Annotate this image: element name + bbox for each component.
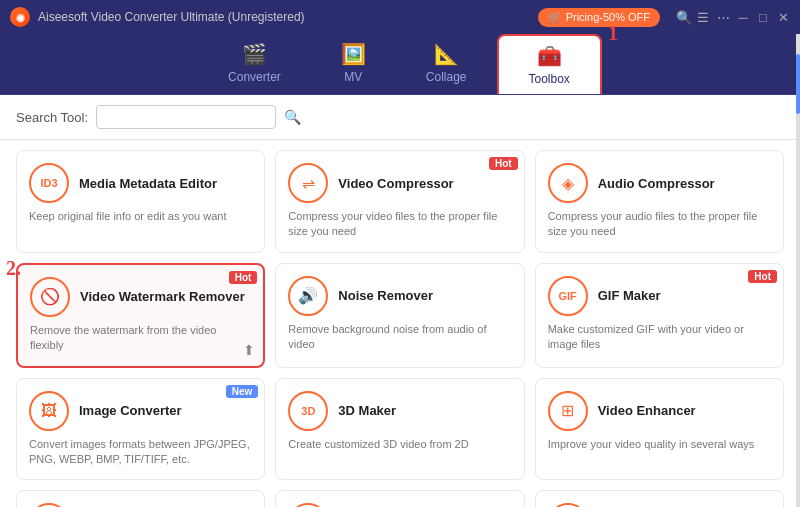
tool-icon-3d-maker: 3D xyxy=(288,391,328,431)
app-logo: ◉ xyxy=(10,7,30,27)
scrollbar[interactable] xyxy=(796,34,800,507)
title-bar-right: 🛒 Pricing-50% OFF 🔍 ☰ ⋯ ─ □ ✕ xyxy=(538,8,790,27)
tool-name-video-compressor: Video Compressor xyxy=(338,176,511,191)
tool-desc-audio-compressor: Compress your audio files to the proper … xyxy=(548,209,771,240)
tool-desc-video-enhancer: Improve your video quality in several wa… xyxy=(548,437,771,452)
tool-name-image-converter: Image Converter xyxy=(79,403,252,418)
close-btn[interactable]: ✕ xyxy=(776,10,790,24)
tool-card-3d-maker[interactable]: 3D 3D Maker Create customized 3D video f… xyxy=(275,378,524,481)
tool-desc-image-converter: Convert images formats between JPG/JPEG,… xyxy=(29,437,252,468)
tool-card-video-trimmer[interactable]: ✂ Video Trimmer Trim or cut your videos … xyxy=(16,490,265,507)
tool-info-3d-maker: 3D Maker xyxy=(338,403,511,418)
tool-name-audio-compressor: Audio Compressor xyxy=(598,176,771,191)
search-window-btn[interactable]: 🔍 xyxy=(676,10,690,24)
tool-info-video-enhancer: Video Enhancer xyxy=(598,403,771,418)
tool-card-header-3d-maker: 3D 3D Maker xyxy=(288,391,511,431)
tool-icon-video-cropper: ⊡ xyxy=(548,503,588,507)
tool-name-media-metadata-editor: Media Metadata Editor xyxy=(79,176,252,191)
annotation-2: 2. xyxy=(6,257,21,280)
tool-card-header-audio-compressor: ◈ Audio Compressor xyxy=(548,163,771,203)
badge-gif-maker: Hot xyxy=(748,270,777,283)
tool-info-gif-maker: GIF Maker xyxy=(598,288,771,303)
nav-label-mv: MV xyxy=(344,70,362,84)
tool-card-header-video-cropper: ⊡ Video Cropper xyxy=(548,503,771,507)
window-controls: 🔍 ☰ ⋯ ─ □ ✕ xyxy=(676,10,790,24)
tool-card-header-video-enhancer: ⊞ Video Enhancer xyxy=(548,391,771,431)
tool-icon-noise-remover: 🔊 xyxy=(288,276,328,316)
tool-name-video-enhancer: Video Enhancer xyxy=(598,403,771,418)
tool-card-header-gif-maker: GIF GIF Maker xyxy=(548,276,771,316)
scrollbar-thumb xyxy=(796,54,800,114)
minimize-btn[interactable]: ─ xyxy=(736,10,750,24)
tool-icon-video-watermark-remover: 🚫 xyxy=(30,277,70,317)
tool-card-header-video-merger: ⊟ Video Merger xyxy=(288,503,511,507)
tool-card-gif-maker[interactable]: Hot GIF GIF Maker Make customized GIF wi… xyxy=(535,263,784,368)
maximize-btn[interactable]: □ xyxy=(756,10,770,24)
tool-card-header-media-metadata-editor: ID3 Media Metadata Editor xyxy=(29,163,252,203)
tool-card-video-enhancer[interactable]: ⊞ Video Enhancer Improve your video qual… xyxy=(535,378,784,481)
tool-card-video-cropper[interactable]: ⊡ Video Cropper Crop the redundant video… xyxy=(535,490,784,507)
tool-desc-video-watermark-remover: Remove the watermark from the video flex… xyxy=(30,323,251,354)
annotation-1: 1 xyxy=(608,22,618,45)
collage-icon: 📐 xyxy=(434,42,459,66)
pricing-button[interactable]: 🛒 Pricing-50% OFF xyxy=(538,8,660,27)
search-icon[interactable]: 🔍 xyxy=(284,109,301,125)
nav-item-toolbox[interactable]: 🧰 Toolbox 1 xyxy=(497,34,602,94)
tool-desc-noise-remover: Remove background noise from audio of vi… xyxy=(288,322,511,353)
tool-name-noise-remover: Noise Remover xyxy=(338,288,511,303)
tool-icon-video-enhancer: ⊞ xyxy=(548,391,588,431)
upload-icon: ⬆ xyxy=(243,342,255,358)
menu-window-btn[interactable]: ☰ xyxy=(696,10,710,24)
tool-icon-video-compressor: ⇌ xyxy=(288,163,328,203)
tool-name-3d-maker: 3D Maker xyxy=(338,403,511,418)
nav-label-collage: Collage xyxy=(426,70,467,84)
tool-info-media-metadata-editor: Media Metadata Editor xyxy=(79,176,252,191)
tool-card-noise-remover[interactable]: 🔊 Noise Remover Remove background noise … xyxy=(275,263,524,368)
tool-card-image-converter[interactable]: New 🖼 Image Converter Convert images for… xyxy=(16,378,265,481)
tool-card-media-metadata-editor[interactable]: ID3 Media Metadata Editor Keep original … xyxy=(16,150,265,253)
search-label: Search Tool: xyxy=(16,110,88,125)
nav-label-converter: Converter xyxy=(228,70,281,84)
badge-image-converter: New xyxy=(226,385,259,398)
toolbox-icon: 🧰 xyxy=(537,44,562,68)
tool-desc-video-compressor: Compress your video files to the proper … xyxy=(288,209,511,240)
nav-item-converter[interactable]: 🎬 Converter xyxy=(198,34,311,94)
converter-icon: 🎬 xyxy=(242,42,267,66)
tool-name-video-watermark-remover: Video Watermark Remover xyxy=(80,289,251,304)
tool-icon-audio-compressor: ◈ xyxy=(548,163,588,203)
search-input[interactable] xyxy=(96,105,276,129)
tool-card-audio-compressor[interactable]: ◈ Audio Compressor Compress your audio f… xyxy=(535,150,784,253)
tool-info-noise-remover: Noise Remover xyxy=(338,288,511,303)
tool-icon-media-metadata-editor: ID3 xyxy=(29,163,69,203)
tool-card-header-video-compressor: ⇌ Video Compressor xyxy=(288,163,511,203)
nav-label-toolbox: Toolbox xyxy=(529,72,570,86)
nav-item-mv[interactable]: 🖼️ MV xyxy=(311,34,396,94)
tool-info-image-converter: Image Converter xyxy=(79,403,252,418)
tool-desc-media-metadata-editor: Keep original file info or edit as you w… xyxy=(29,209,252,224)
tool-desc-3d-maker: Create customized 3D video from 2D xyxy=(288,437,511,452)
title-bar: ◉ Aiseesoft Video Converter Ultimate (Un… xyxy=(0,0,800,34)
tool-card-video-watermark-remover[interactable]: 2. Hot 🚫 Video Watermark Remover Remove … xyxy=(16,263,265,368)
mv-icon: 🖼️ xyxy=(341,42,366,66)
nav-bar: 🎬 Converter 🖼️ MV 📐 Collage 🧰 Toolbox 1 xyxy=(0,34,800,95)
tool-card-header-noise-remover: 🔊 Noise Remover xyxy=(288,276,511,316)
app-title: Aiseesoft Video Converter Ultimate (Unre… xyxy=(38,10,305,24)
tool-icon-image-converter: 🖼 xyxy=(29,391,69,431)
tools-grid: ID3 Media Metadata Editor Keep original … xyxy=(0,140,800,507)
tool-card-header-video-watermark-remover: 🚫 Video Watermark Remover xyxy=(30,277,251,317)
tool-card-header-video-trimmer: ✂ Video Trimmer xyxy=(29,503,252,507)
settings-window-btn[interactable]: ⋯ xyxy=(716,10,730,24)
tool-info-audio-compressor: Audio Compressor xyxy=(598,176,771,191)
tool-card-video-merger[interactable]: ⊟ Video Merger Merge multiple clips into… xyxy=(275,490,524,507)
badge-video-watermark-remover: Hot xyxy=(229,271,258,284)
title-bar-left: ◉ Aiseesoft Video Converter Ultimate (Un… xyxy=(10,7,305,27)
tool-name-gif-maker: GIF Maker xyxy=(598,288,771,303)
badge-video-compressor: Hot xyxy=(489,157,518,170)
nav-item-collage[interactable]: 📐 Collage xyxy=(396,34,497,94)
tool-icon-video-merger: ⊟ xyxy=(288,503,328,507)
tool-card-header-image-converter: 🖼 Image Converter xyxy=(29,391,252,431)
tool-icon-video-trimmer: ✂ xyxy=(29,503,69,507)
tool-card-video-compressor[interactable]: Hot ⇌ Video Compressor Compress your vid… xyxy=(275,150,524,253)
search-bar: Search Tool: 🔍 xyxy=(0,95,800,140)
tool-icon-gif-maker: GIF xyxy=(548,276,588,316)
